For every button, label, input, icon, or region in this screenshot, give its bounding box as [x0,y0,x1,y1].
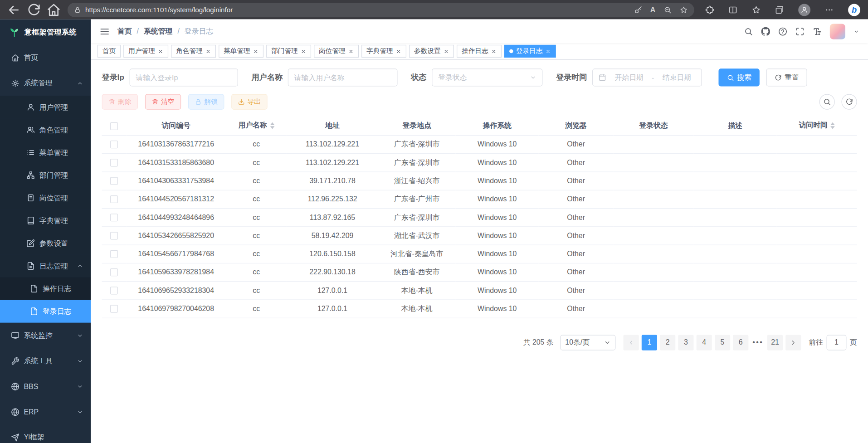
breadcrumb-item-系统管理[interactable]: 系统管理 [144,26,172,36]
delete-button[interactable]: 删除 [102,94,138,110]
row-checkbox[interactable] [110,305,118,313]
refresh-table-button[interactable] [841,94,857,110]
site-security-icon[interactable] [74,6,81,13]
split-screen-icon[interactable] [728,5,737,15]
username-input[interactable] [294,73,392,82]
sidebar-item-用户管理[interactable]: 用户管理 [0,96,91,118]
row-checkbox[interactable] [110,141,118,148]
sidebar-item-日志管理[interactable]: 日志管理 [0,255,91,277]
export-button[interactable]: 导出 [231,94,267,110]
pagination-prev-button[interactable] [624,335,639,350]
close-tab-icon[interactable] [491,49,497,54]
avatar-caret-icon[interactable] [853,29,859,34]
close-tab-icon[interactable] [253,49,258,54]
copilot-icon[interactable]: b [848,4,860,16]
breadcrumb-item-首页[interactable]: 首页 [117,26,132,36]
column-header-8[interactable]: 描述 [694,116,777,135]
sidebar-item-操作日志[interactable]: 操作日志 [0,277,91,300]
sort-carets-icon[interactable] [830,120,835,131]
font-size-icon[interactable] [813,27,822,36]
close-tab-icon[interactable] [158,49,163,54]
row-checkbox[interactable] [110,159,118,167]
sidebar-item-登录日志[interactable]: 登录日志 [0,300,91,323]
column-header-2[interactable]: 用户名称 [226,116,287,135]
page-size-select[interactable]: 10条/页 [560,335,615,350]
sidebar-toggle-icon[interactable] [100,26,110,36]
sidebar-item-系统监控[interactable]: 系统监控 [0,323,91,348]
sidebar-item-字典管理[interactable]: 字典管理 [0,209,91,232]
clear-button[interactable]: 清空 [145,94,181,110]
pagination-page-2[interactable]: 2 [660,335,675,350]
browser-url-bar[interactable]: https://ccnetcore.com:1101/system/log/lo… [68,2,694,17]
close-tab-icon[interactable] [444,49,449,54]
row-checkbox[interactable] [110,177,118,185]
pagination-page-1[interactable]: 1 [642,335,657,350]
close-tab-icon[interactable] [348,49,354,54]
tab-登录日志[interactable]: 登录日志 [504,45,556,58]
header-search-icon[interactable] [744,27,753,36]
sidebar-item-角色管理[interactable]: 角色管理 [0,118,91,141]
pagination-next-button[interactable] [785,335,801,350]
search-button[interactable]: 搜索 [719,68,760,86]
close-tab-icon[interactable] [545,49,551,54]
favorites-icon[interactable] [752,5,761,15]
row-checkbox[interactable] [110,195,118,203]
browser-menu-icon[interactable] [825,5,834,15]
tab-菜单管理[interactable]: 菜单管理 [219,45,263,58]
unlock-button[interactable]: 解锁 [188,94,224,110]
sidebar-item-BBS[interactable]: BBS [0,374,91,399]
sidebar-item-系统工具[interactable]: 系统工具 [0,348,91,374]
close-tab-icon[interactable] [205,49,211,54]
pagination-page-5[interactable]: 5 [715,335,730,350]
column-header-5[interactable]: 操作系统 [456,116,539,135]
url-text[interactable]: https://ccnetcore.com:1101/system/log/lo… [85,6,630,14]
row-checkbox[interactable] [110,232,118,240]
pagination-page-6[interactable]: 6 [733,335,748,350]
row-checkbox[interactable] [110,268,118,276]
row-checkbox[interactable] [110,250,118,258]
zoom-out-icon[interactable] [664,6,672,14]
github-icon[interactable] [761,27,770,36]
browser-back-icon[interactable] [5,2,22,17]
pagination-page-3[interactable]: 3 [678,335,693,350]
tab-首页[interactable]: 首页 [98,45,121,58]
tab-字典管理[interactable]: 字典管理 [361,45,406,58]
tab-参数设置[interactable]: 参数设置 [409,45,454,58]
tab-用户管理[interactable]: 用户管理 [123,45,168,58]
sidebar-item-参数设置[interactable]: 参数设置 [0,232,91,254]
select-all-checkbox[interactable] [110,122,118,130]
close-tab-icon[interactable] [396,49,401,54]
column-header-4[interactable]: 登录地点 [378,116,456,135]
password-key-icon[interactable] [634,6,642,14]
fullscreen-icon[interactable] [795,27,805,36]
user-avatar[interactable] [830,24,845,39]
add-favorite-icon[interactable] [680,6,688,14]
column-header-6[interactable]: 浏览器 [539,116,614,135]
column-header-3[interactable]: 地址 [287,116,378,135]
browser-home-icon[interactable] [45,2,62,17]
sidebar-item-ERP[interactable]: ERP [0,399,91,424]
status-select[interactable]: 登录状态 [432,68,543,86]
row-checkbox[interactable] [110,287,118,295]
toggle-search-button[interactable] [819,94,835,110]
tab-操作日志[interactable]: 操作日志 [457,45,502,58]
sidebar-item-部门管理[interactable]: 部门管理 [0,164,91,186]
sidebar-item-系统管理[interactable]: 系统管理 [0,70,91,96]
tab-部门管理[interactable]: 部门管理 [266,45,311,58]
sidebar-item-首页[interactable]: 首页 [0,45,91,70]
read-aloud-icon[interactable]: A [650,5,655,14]
close-tab-icon[interactable] [301,49,306,54]
goto-page-input[interactable] [827,335,847,350]
date-range-picker[interactable]: 开始日期 - 结束日期 [593,68,702,86]
browser-profile-avatar[interactable] [798,4,810,16]
pagination-ellipsis[interactable]: ••• [751,338,764,346]
collections-icon[interactable] [775,5,784,15]
tab-岗位管理[interactable]: 岗位管理 [314,45,359,58]
sidebar-item-Yi框架[interactable]: Yi框架 [0,424,91,443]
pagination-page-21[interactable]: 21 [767,335,783,350]
sidebar-item-菜单管理[interactable]: 菜单管理 [0,141,91,164]
column-header-7[interactable]: 登录状态 [614,116,694,135]
help-icon[interactable] [778,27,787,36]
sort-carets-icon[interactable] [270,120,274,131]
tab-角色管理[interactable]: 角色管理 [171,45,216,58]
